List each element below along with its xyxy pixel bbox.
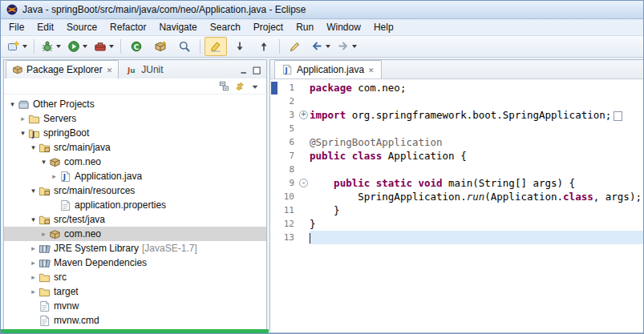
line-number[interactable]: 11	[270, 203, 298, 217]
expand-arrow-icon[interactable]	[28, 183, 38, 198]
menu-refactor[interactable]: Refactor	[103, 20, 152, 34]
library-icon	[38, 243, 51, 255]
tree-item-src[interactable]: src	[4, 270, 266, 284]
editor-tab-bar: Application.java	[270, 60, 643, 79]
menu-run[interactable]: Run	[290, 20, 320, 34]
line-number[interactable]: 3	[270, 108, 298, 122]
collapse-arrow-icon[interactable]	[38, 227, 49, 241]
collapse-arrow-icon[interactable]	[49, 169, 59, 183]
tree-item-src-test-java[interactable]: src/test/java	[4, 212, 266, 227]
back-button[interactable]	[308, 37, 333, 56]
line-number[interactable]: 5	[270, 122, 298, 135]
menu-help[interactable]: Help	[367, 20, 400, 34]
link-with-editor-icon[interactable]	[234, 81, 245, 92]
source-folder-icon	[38, 214, 51, 226]
fold-collapsed-icon[interactable]	[299, 111, 308, 119]
expand-arrow-icon[interactable]	[7, 97, 18, 111]
last-edit-location-button[interactable]	[284, 37, 306, 56]
collapse-all-icon[interactable]	[219, 81, 230, 92]
code-text[interactable]: @SpringBootApplication	[310, 135, 643, 149]
tab-package-explorer[interactable]: Package Explorer	[6, 60, 119, 78]
line-number[interactable]: 2	[270, 95, 298, 108]
tree-item-other-projects[interactable]: Other Projects	[4, 97, 266, 111]
line-number[interactable]: 9	[270, 176, 298, 190]
new-wizard-button[interactable]	[5, 37, 30, 56]
code-text[interactable]: public class Application {	[310, 149, 643, 163]
tree-item-com-neo-test[interactable]: com.neo	[4, 227, 266, 241]
folded-region-box[interactable]	[614, 111, 622, 121]
tree-item-mvnw[interactable]: mvnw	[4, 299, 266, 313]
fold-expanded-icon[interactable]	[299, 179, 308, 187]
code-editor[interactable]: 1package com.neo; 2 3import org.springfr…	[270, 79, 643, 332]
code-text[interactable]	[310, 163, 643, 176]
line-number[interactable]: 13	[270, 231, 298, 244]
tab-application-java[interactable]: Application.java	[274, 60, 382, 78]
expand-arrow-icon[interactable]	[18, 126, 28, 140]
code-line: 10 SpringApplication.run(Application.cla…	[270, 190, 643, 203]
source-folder-icon	[38, 142, 51, 154]
new-java-package-button[interactable]	[149, 37, 172, 56]
tree-item-src-main-java[interactable]: src/main/java	[4, 140, 266, 155]
expand-arrow-icon[interactable]	[28, 212, 38, 227]
next-annotation-button[interactable]	[229, 37, 251, 56]
tree-item-application-java[interactable]: Application.java	[4, 169, 266, 183]
java-package-icon	[49, 228, 61, 240]
tree-item-target[interactable]: target	[4, 284, 266, 299]
view-menu-icon[interactable]	[249, 81, 261, 92]
menu-file[interactable]: File	[2, 20, 30, 34]
code-text[interactable]	[310, 122, 643, 135]
new-java-class-button[interactable]	[125, 37, 148, 56]
collapse-arrow-icon[interactable]	[18, 111, 28, 126]
maximize-view-icon[interactable]	[252, 66, 262, 76]
expand-arrow-icon[interactable]	[38, 155, 49, 169]
collapse-arrow-icon[interactable]	[28, 284, 38, 299]
menu-window[interactable]: Window	[320, 20, 367, 34]
code-text[interactable]: import org.springframework.boot.SpringAp…	[310, 108, 643, 122]
line-number[interactable]: 10	[270, 190, 298, 203]
tree-item-com-neo[interactable]: com.neo	[4, 155, 266, 169]
code-text[interactable]: public static void main(String[] args) {	[310, 176, 643, 190]
toolbar-separator	[279, 39, 280, 54]
tree-item-maven-dependencies[interactable]: Maven Dependencies	[4, 256, 266, 270]
search-button[interactable]	[173, 37, 196, 56]
tree-item-src-main-resources[interactable]: src/main/resources	[4, 183, 266, 198]
menu-edit[interactable]: Edit	[30, 20, 60, 34]
menu-source[interactable]: Source	[60, 20, 103, 34]
menu-search[interactable]: Search	[204, 20, 247, 34]
close-icon[interactable]	[364, 64, 375, 75]
code-text[interactable]: SpringApplication.run(Application.class,…	[310, 190, 643, 203]
tree-item-application-properties[interactable]: application.properties	[4, 198, 266, 212]
expand-arrow-icon[interactable]	[28, 140, 38, 155]
close-icon[interactable]	[103, 64, 113, 75]
tree-item-servers[interactable]: Servers	[4, 111, 266, 126]
title-bar[interactable]: Java - springBoot/src/main/java/com/neo/…	[1, 1, 643, 19]
mark-occurrences-toggle[interactable]	[205, 37, 227, 56]
menu-navigate[interactable]: Navigate	[152, 20, 203, 34]
line-number[interactable]: 7	[270, 149, 298, 163]
collapse-arrow-icon[interactable]	[28, 256, 38, 270]
line-number[interactable]: 8	[270, 163, 298, 176]
tree-item-springboot[interactable]: springBoot	[4, 126, 266, 140]
text-caret	[310, 233, 310, 243]
tree-item-jre-system-library[interactable]: JRE System Library[JavaSE-1.7]	[4, 241, 266, 256]
menu-project[interactable]: Project	[247, 20, 290, 34]
code-text[interactable]	[310, 231, 643, 244]
forward-button[interactable]	[334, 37, 359, 56]
code-text[interactable]: }	[310, 217, 643, 231]
collapse-arrow-icon[interactable]	[28, 270, 38, 284]
debug-button[interactable]	[38, 37, 63, 56]
minimize-view-icon[interactable]	[239, 66, 249, 76]
tab-junit[interactable]: JUnit	[120, 60, 169, 78]
previous-annotation-button[interactable]	[253, 37, 275, 56]
window-title: Java - springBoot/src/main/java/com/neo/…	[22, 4, 306, 15]
external-tools-button[interactable]	[91, 37, 116, 56]
code-text[interactable]	[310, 95, 643, 108]
collapse-arrow-icon[interactable]	[28, 241, 38, 256]
code-text[interactable]: }	[310, 203, 643, 217]
line-number[interactable]: 6	[270, 135, 298, 149]
code-text[interactable]: package com.neo;	[310, 81, 643, 95]
run-button[interactable]	[65, 37, 90, 56]
project-tree[interactable]: Other Projects Servers springBoot src/ma…	[4, 95, 266, 332]
line-number[interactable]: 12	[270, 217, 298, 231]
tree-item-mvnw-cmd[interactable]: mvnw.cmd	[4, 313, 266, 328]
